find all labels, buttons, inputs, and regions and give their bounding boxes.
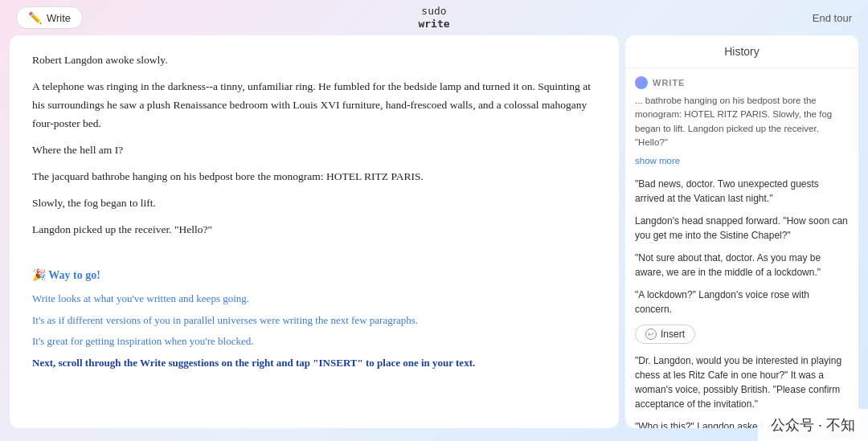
brand-logo: sudo write (418, 5, 449, 30)
right-panel: History WRITE ... bathrobe hanging on hi… (625, 35, 858, 428)
insert-icon-1: ↩ (645, 329, 657, 340)
topbar: ✏️ Write sudo write End tour (0, 0, 868, 35)
story-p2: A telephone was ringing in the darkness-… (32, 78, 596, 133)
write-button[interactable]: ✏️ Write (16, 6, 83, 29)
history-item-5: "Dr. Langdon, would you be interested in… (635, 353, 849, 411)
tutorial-line3: It's great for getting inspiration when … (32, 333, 596, 350)
story-p4: The jacquard bathrobe hanging on his bed… (32, 168, 596, 186)
history-content[interactable]: WRITE ... bathrobe hanging on his bedpos… (625, 68, 858, 428)
brand-sudo: sudo (418, 5, 449, 18)
story-p6: Langdon picked up the receiver. "Hello?" (32, 221, 596, 239)
history-item-4: "A lockdown?" Langdon's voice rose with … (635, 288, 849, 316)
write-section: WRITE ... bathrobe hanging on his bedpos… (635, 76, 849, 167)
left-panel: Robert Langdon awoke slowly. A telephone… (10, 35, 619, 428)
history-item-2: Langdon's head snapped forward. "How soo… (635, 214, 849, 243)
write-excerpt: ... bathrobe hanging on his bedpost bore… (635, 94, 849, 149)
tutorial-line1: Write looks at what you've written and k… (32, 291, 596, 308)
show-more-link[interactable]: show more (635, 156, 680, 165)
tutorial-title: 🎉 Way to go! (32, 267, 596, 284)
main-layout: Robert Langdon awoke slowly. A telephone… (0, 35, 868, 435)
write-button-label: Write (47, 12, 71, 24)
write-icon-circle (635, 76, 648, 89)
insert-button-1[interactable]: ↩ Insert (635, 325, 695, 344)
divider (32, 247, 596, 267)
write-label: WRITE (635, 76, 849, 89)
brand-write: write (418, 18, 449, 31)
history-header: History (625, 35, 858, 68)
story-p5: Slowly, the fog began to lift. (32, 194, 596, 213)
end-tour-button[interactable]: End tour (813, 12, 852, 24)
tutorial-line4: Next, scroll through the Write suggestio… (32, 355, 596, 372)
history-item-3: "Not sure about that, doctor. As you may… (635, 251, 849, 280)
story-p1: Robert Langdon awoke slowly. (32, 51, 596, 70)
pen-icon: ✏️ (28, 11, 42, 24)
insert-label-1: Insert (661, 329, 685, 340)
write-label-text: WRITE (653, 78, 685, 88)
story-p3: Where the hell am I? (32, 141, 596, 160)
tutorial-section: 🎉 Way to go! Write looks at what you've … (32, 267, 596, 373)
history-item-1: "Bad news, doctor. Two unexpected guests… (635, 177, 849, 206)
story-text: Robert Langdon awoke slowly. A telephone… (32, 51, 596, 239)
history-item-6: "Who is this?" Langdon asked, irritably. (635, 419, 849, 428)
tutorial-line2: It's as if different versions of you in … (32, 312, 596, 329)
